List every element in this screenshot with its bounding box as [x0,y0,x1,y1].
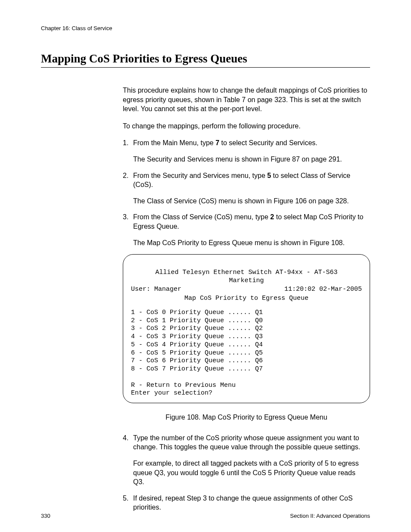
step-text: Type the number of the CoS priority whos… [133,433,366,452]
terminal-prompt: Enter your selection? [131,389,212,397]
intro-paragraph-2: To change the mappings, perform the foll… [123,121,370,131]
terminal-menu-item: 3 - CoS 2 Priority Queue ...... Q2 [131,325,263,332]
step-text: From the Class of Service (CoS) menu, ty… [133,212,366,231]
step-4-example: For example, to direct all tagged packet… [133,459,366,487]
terminal-menu-title: Map CoS Priority to Egress Queue [131,295,362,303]
page: Chapter 16: Class of Service Mapping CoS… [0,0,411,532]
terminal-screenshot: Allied Telesyn Ethernet Switch AT-94xx -… [123,254,370,403]
step-5: 5.If desired, repeat Step 3 to change th… [123,494,370,512]
terminal-menu-item: 8 - CoS 7 Priority Queue ...... Q7 [131,365,263,373]
terminal-product-line: Allied Telesyn Ethernet Switch AT-94xx -… [131,269,362,277]
step-1: 1.From the Main Menu, type 7 to select S… [123,138,370,148]
terminal-menu-item: 7 - CoS 6 Priority Queue ...... Q6 [131,357,263,364]
terminal-menu-item: 2 - CoS 1 Priority Queue ...... Q0 [131,317,263,324]
terminal-menu-item: 4 - CoS 3 Priority Queue ...... Q3 [131,333,263,340]
page-footer: 330 Section II: Advanced Operations [41,513,370,519]
step-number: 2. [123,171,133,180]
step-2-result: The Class of Service (CoS) menu is shown… [133,196,366,206]
terminal-menu-item: 5 - CoS 4 Priority Queue ...... Q4 [131,341,263,348]
terminal-menu-item: 1 - CoS 0 Priority Queue ...... Q1 [131,309,263,316]
step-number: 5. [123,494,133,503]
chapter-header: Chapter 16: Class of Service [41,25,370,31]
page-number: 330 [41,513,50,519]
terminal-timestamp: 11:20:02 02-Mar-2005 [284,286,362,294]
intro-paragraph-1: This procedure explains how to change th… [123,86,370,114]
step-number: 3. [123,212,133,222]
step-number: 4. [123,433,133,443]
step-3: 3.From the Class of Service (CoS) menu, … [123,212,370,231]
section-label: Section II: Advanced Operations [290,513,370,519]
terminal-user: User: Manager [131,286,181,294]
step-3-result: The Map CoS Priority to Egress Queue men… [133,238,366,248]
step-text: If desired, repeat Step 3 to change the … [133,494,366,512]
terminal-return: R - Return to Previous Menu [131,382,236,389]
section-title: Mapping CoS Priorities to Egress Queues [41,52,370,68]
step-text: From the Security and Services menu, typ… [133,171,366,190]
figure-caption: Figure 108. Map CoS Priority to Egress Q… [123,413,370,422]
step-4: 4.Type the number of the CoS priority wh… [123,433,370,452]
step-number: 1. [123,138,133,148]
content-body: This procedure explains how to change th… [123,86,370,512]
terminal-menu-item: 6 - CoS 5 Priority Queue ...... Q5 [131,349,263,357]
step-2: 2.From the Security and Services menu, t… [123,171,370,190]
step-text: From the Main Menu, type 7 to select Sec… [133,138,366,148]
terminal-subtitle: Marketing [131,277,362,285]
step-1-result: The Security and Services menu is shown … [133,155,366,164]
